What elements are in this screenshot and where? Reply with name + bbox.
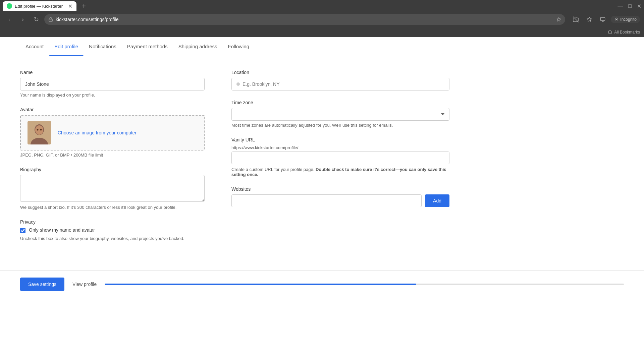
avatar-preview <box>28 121 51 144</box>
vanity-url-hint: Create a custom URL for your profile pag… <box>231 167 449 177</box>
tab-favicon <box>7 3 12 9</box>
avatar-label: Avatar <box>20 107 205 112</box>
maximize-button[interactable]: □ <box>628 3 632 9</box>
name-input[interactable] <box>20 78 205 90</box>
progress-bar <box>105 284 624 285</box>
avatar-upload-area[interactable]: Choose an image from your computer <box>20 115 205 150</box>
new-tab-button[interactable]: + <box>79 1 89 11</box>
svg-point-14 <box>40 129 42 131</box>
name-label: Name <box>20 70 205 75</box>
add-website-button[interactable]: Add <box>425 194 449 207</box>
websites-field-group: Websites Add <box>231 186 449 207</box>
name-field-group: Name Your name is displayed on your prof… <box>20 70 205 98</box>
forward-button[interactable]: › <box>17 14 28 25</box>
incognito-indicator: Incognito <box>611 16 640 23</box>
view-profile-link[interactable]: View profile <box>72 282 97 287</box>
avatar-section: Avatar <box>20 107 205 158</box>
page-content: Account Edit profile Notifications Payme… <box>0 37 644 362</box>
tab-close-button[interactable]: ✕ <box>68 3 72 9</box>
timezone-select[interactable] <box>231 108 449 121</box>
tab-edit-profile[interactable]: Edit profile <box>49 37 84 56</box>
avatar-hint: JPEG, PNG, GIF, or BMP • 200MB file limi… <box>20 153 205 158</box>
save-settings-button[interactable]: Save settings <box>20 278 64 291</box>
minimize-button[interactable]: — <box>618 3 623 9</box>
bottom-bar: Save settings View profile <box>0 270 644 298</box>
svg-point-0 <box>7 3 12 9</box>
tab-account[interactable]: Account <box>20 37 49 56</box>
tab-payment-methods[interactable]: Payment methods <box>122 37 173 56</box>
tab-notifications[interactable]: Notifications <box>84 37 122 56</box>
bio-hint: We suggest a short bio. If it's 300 char… <box>20 205 205 210</box>
device-icon[interactable] <box>597 14 608 25</box>
timezone-field-group: Time zone Most time zones are automatica… <box>231 100 449 128</box>
svg-rect-5 <box>601 17 605 20</box>
location-input[interactable] <box>243 81 444 87</box>
location-label: Location <box>231 70 449 75</box>
tab-following[interactable]: Following <box>223 37 255 56</box>
privacy-checkbox-label: Only show my name and avatar <box>29 227 95 233</box>
vanity-url-hint-normal: Create a custom URL for your profile pag… <box>231 167 314 172</box>
progress-fill <box>105 284 416 285</box>
location-field-group: Location <box>231 70 449 90</box>
privacy-label: Privacy <box>20 219 205 225</box>
url-text: kickstarter.com/settings/profile <box>56 17 554 22</box>
svg-point-13 <box>37 129 39 131</box>
close-window-button[interactable]: ✕ <box>637 3 641 9</box>
back-button[interactable]: ‹ <box>4 14 15 25</box>
svg-line-3 <box>573 17 579 22</box>
vanity-url-label: Vanity URL <box>231 137 449 142</box>
settings-nav: Account Edit profile Notifications Payme… <box>0 37 644 56</box>
location-dot-icon <box>236 82 240 86</box>
privacy-checkbox[interactable] <box>20 228 25 233</box>
name-hint: Your name is displayed on your profile. <box>20 93 205 98</box>
svg-rect-1 <box>49 19 53 21</box>
address-bar[interactable]: kickstarter.com/settings/profile <box>44 14 565 25</box>
choose-image-link[interactable]: Choose an image from your computer <box>58 130 137 135</box>
svg-marker-2 <box>557 17 561 21</box>
bio-textarea[interactable] <box>20 175 205 202</box>
timezone-hint: Most time zones are automatically adjust… <box>231 123 449 128</box>
timezone-label: Time zone <box>231 100 449 105</box>
websites-label: Websites <box>231 186 449 192</box>
vanity-url-input[interactable] <box>231 152 449 164</box>
bookmark-icon[interactable] <box>584 14 595 25</box>
privacy-section: Privacy Only show my name and avatar Unc… <box>20 219 205 241</box>
privacy-hint: Uncheck this box to also show your biogr… <box>20 236 205 241</box>
bio-label: Biography <box>20 167 205 172</box>
tab-shipping-address[interactable]: Shipping address <box>173 37 223 56</box>
vanity-url-field-group: Vanity URL https://www.kickstarter.com/p… <box>231 137 449 177</box>
bookmarks-bar-label: All Bookmarks <box>614 30 640 35</box>
svg-point-12 <box>35 125 43 135</box>
bio-field-group: Biography We suggest a short bio. If it'… <box>20 167 205 210</box>
svg-point-8 <box>616 18 618 19</box>
vanity-url-prefix: https://www.kickstarter.com/profile/ <box>231 145 449 150</box>
browser-tab[interactable]: Edit profile — Kickstarter ✕ <box>3 1 76 11</box>
svg-marker-4 <box>587 17 592 21</box>
websites-input[interactable] <box>231 194 422 207</box>
camera-off-icon <box>571 14 581 25</box>
tab-title: Edit profile — Kickstarter <box>15 4 63 9</box>
location-input-wrapper[interactable] <box>231 78 449 90</box>
reload-button[interactable]: ↻ <box>31 14 42 25</box>
